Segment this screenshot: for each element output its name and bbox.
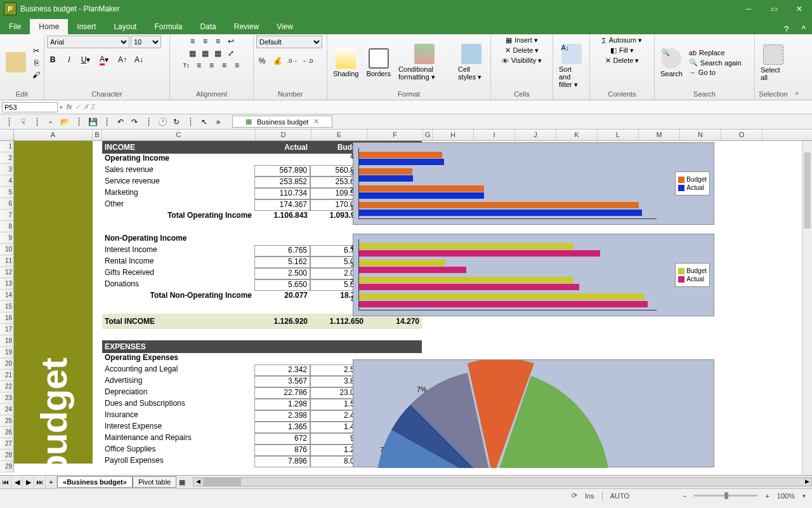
row-header[interactable]: 19 xyxy=(0,347,14,358)
formula-input[interactable] xyxy=(99,103,812,112)
cell[interactable]: 672 xyxy=(254,433,310,444)
menu-review[interactable]: Review xyxy=(225,19,268,34)
row-header[interactable]: 27 xyxy=(0,438,14,450)
select-all-button[interactable]: Select all xyxy=(757,43,789,83)
cell[interactable]: 253.852 xyxy=(254,177,310,188)
percent-icon[interactable]: % xyxy=(256,55,268,67)
document-tab[interactable]: ▦Business budget✕ xyxy=(232,116,332,128)
row-header[interactable]: 17 xyxy=(0,324,14,335)
qat-pointer-icon[interactable]: ↖ xyxy=(198,116,211,128)
sum-icon[interactable]: Σ xyxy=(91,103,96,111)
row-header[interactable]: 20 xyxy=(0,358,14,370)
cell[interactable]: 20.077 xyxy=(254,291,310,302)
row-header[interactable]: 13 xyxy=(0,278,14,290)
cell-styles-button[interactable]: Cell styles ▾ xyxy=(455,42,488,83)
column-header[interactable]: A xyxy=(14,130,93,140)
qat-open-icon[interactable]: 📂 xyxy=(58,116,71,128)
row-header[interactable]: 6 xyxy=(0,198,14,210)
spreadsheet-grid[interactable]: ABCDEFGHIJKLMNO 123456789101112131415161… xyxy=(0,130,812,475)
cell[interactable]: 1.126.920 xyxy=(254,314,310,329)
zoom-level[interactable]: 100% xyxy=(777,492,795,500)
cells-insert-button[interactable]: ▦ Insert ▾ xyxy=(504,36,540,45)
maximize-button[interactable]: ▭ xyxy=(761,0,787,18)
fx-icon[interactable]: fx xyxy=(67,103,72,111)
column-header[interactable]: C xyxy=(102,130,256,140)
increase-font-button[interactable]: A↑ xyxy=(117,54,128,65)
menu-file[interactable]: File xyxy=(0,19,30,34)
column-header[interactable]: O xyxy=(721,130,763,140)
row-header[interactable]: 16 xyxy=(0,312,14,324)
decrease-decimal-icon[interactable]: .0→ xyxy=(287,55,298,67)
column-header[interactable]: L xyxy=(598,130,639,140)
column-header[interactable]: B xyxy=(93,130,102,140)
cell[interactable]: Non-Operating Income xyxy=(102,234,254,245)
shading-button[interactable]: Shading xyxy=(330,46,362,79)
orientation-icon[interactable]: ⤢ xyxy=(225,48,237,59)
close-doc-icon[interactable]: ✕ xyxy=(313,117,319,126)
qat-hand-icon[interactable]: ☟ xyxy=(16,116,29,128)
qat-redo-icon[interactable]: ↷ xyxy=(128,116,141,128)
name-box[interactable] xyxy=(2,102,58,112)
merge-cells-icon[interactable]: ▦ xyxy=(187,48,199,59)
justify-icon[interactable]: ≡ xyxy=(232,60,243,71)
qat-expand-icon[interactable]: » xyxy=(212,116,225,128)
column-header[interactable]: J xyxy=(515,130,556,140)
column-header[interactable]: H xyxy=(433,130,474,140)
align-center-icon[interactable]: ≡ xyxy=(206,60,218,71)
row-header[interactable]: 10 xyxy=(0,244,14,255)
font-size-select[interactable]: 10 xyxy=(131,36,161,48)
row-header[interactable]: 8 xyxy=(0,221,14,232)
bold-button[interactable]: B xyxy=(47,54,58,65)
cell[interactable]: Operating Income xyxy=(102,154,254,165)
cell[interactable]: Dues and Subscriptions xyxy=(102,399,254,410)
cell[interactable]: Depreciation xyxy=(102,387,254,399)
search-button[interactable]: 🔍Search xyxy=(657,46,686,79)
cell[interactable]: Other xyxy=(102,199,254,211)
borders-button[interactable]: Borders xyxy=(363,46,394,79)
menu-view[interactable]: View xyxy=(268,19,302,34)
row-header[interactable]: 25 xyxy=(0,415,14,427)
vertical-scrollbar[interactable] xyxy=(802,141,812,475)
column-header[interactable]: D xyxy=(256,130,311,140)
zoom-menu-icon[interactable]: ▾ xyxy=(802,493,806,499)
cell[interactable] xyxy=(102,329,254,340)
pie-chart-expenses[interactable]: 11% 7% 7% xyxy=(353,359,714,467)
column-header[interactable]: M xyxy=(639,130,680,140)
align-bottom-icon[interactable]: ≡ xyxy=(213,36,224,47)
align-top-icon[interactable]: ≡ xyxy=(187,36,199,47)
cell[interactable]: 7.896 xyxy=(254,456,310,467)
decrease-font-button[interactable]: A↓ xyxy=(133,54,145,65)
row-header[interactable]: 4 xyxy=(0,175,14,187)
column-header[interactable]: N xyxy=(680,130,721,140)
cell[interactable]: Gifts Received xyxy=(102,268,254,279)
row-header[interactable]: 28 xyxy=(0,450,14,461)
cell[interactable]: INCOME xyxy=(102,141,254,154)
cell[interactable]: 110.734 xyxy=(254,188,310,199)
cell[interactable]: 1.365 xyxy=(254,422,310,433)
menu-insert[interactable]: Insert xyxy=(68,19,105,34)
close-button[interactable]: ✕ xyxy=(787,0,812,18)
cells-visibility-button[interactable]: 👁 Visibility ▾ xyxy=(500,56,544,65)
autosum-button[interactable]: Σ Autosum ▾ xyxy=(600,36,644,45)
merge-across-icon[interactable]: ▦ xyxy=(200,48,211,59)
zoom-in-button[interactable]: + xyxy=(765,492,769,500)
cell[interactable]: 6.765 xyxy=(254,245,310,257)
next-sheet-button[interactable]: ▶ xyxy=(23,476,34,488)
align-right-icon[interactable]: ≡ xyxy=(219,60,230,71)
horizontal-scrollbar[interactable]: ◀ ▶ xyxy=(193,478,812,486)
row-header[interactable]: 3 xyxy=(0,164,14,175)
row-header[interactable]: 5 xyxy=(0,187,14,198)
column-header[interactable]: F xyxy=(367,130,423,140)
cut-icon[interactable]: ✂ xyxy=(30,45,42,57)
cell[interactable]: EXPENSES xyxy=(102,340,422,353)
conditional-formatting-button[interactable]: Conditional formatting ▾ xyxy=(395,42,454,83)
bar-chart-operating-income[interactable]: 4 3 2 1 Budget Actual xyxy=(353,142,714,225)
currency-icon[interactable]: 💰 xyxy=(272,55,283,67)
increase-decimal-icon[interactable]: ←.0 xyxy=(302,55,313,67)
row-header[interactable]: 12 xyxy=(0,267,14,278)
first-sheet-button[interactable]: ⏮ xyxy=(0,476,11,488)
cell[interactable]: 1.298 xyxy=(254,399,310,410)
cell[interactable]: Interest Income xyxy=(102,245,254,257)
row-header[interactable]: 1 xyxy=(0,141,14,152)
search-again-button[interactable]: 🔍 Search again xyxy=(687,58,743,67)
